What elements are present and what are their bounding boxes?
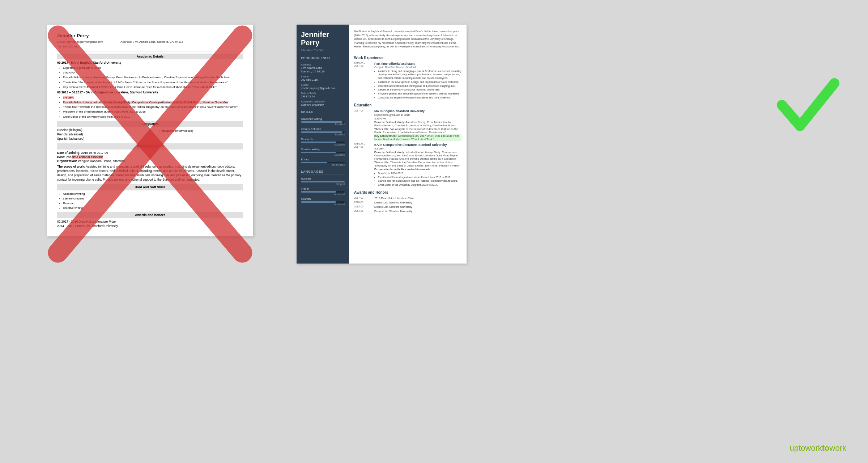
award-2: 2016-06 Dean's List, Stanford University bbox=[354, 201, 461, 204]
academic-bullets-2: 3.9 GPA Favorite fields of study: Introd… bbox=[57, 96, 243, 119]
bad-resume: Jennifer Perry E-Mail: jennifer.m.perry@… bbox=[47, 25, 253, 236]
dob-label: Date of birth bbox=[301, 92, 345, 94]
awards-list: 02.2017 - 2016 Drue Heinz Literature Pri… bbox=[57, 220, 243, 228]
languages-section-label: Languages bbox=[301, 170, 345, 175]
summary-text: MA Student in English at Stanford Univer… bbox=[354, 30, 461, 52]
award-4: 2014-06 Dean's List, Stanford University bbox=[354, 210, 461, 213]
languages-right: Portuguese (Intermediate) bbox=[154, 128, 243, 141]
lang-russian: Russian Bilingual bbox=[301, 177, 345, 185]
skills-section-label: Skills bbox=[301, 110, 345, 115]
email-label: E-mail bbox=[301, 84, 345, 86]
award-1: 2017-02 2016 Drue Heinz Literature Prize bbox=[354, 197, 461, 200]
bad-resume-contact: E-Mail: jennifer.m.perry@gmail.com Addre… bbox=[57, 40, 243, 44]
address-label: Address bbox=[301, 63, 345, 66]
education-section-title: Education bbox=[354, 103, 461, 107]
academic-header: Academic Details bbox=[57, 54, 243, 60]
languages-section: Russian (bilingual) French (advanced) Sp… bbox=[57, 128, 243, 141]
academic-entry-2: 08.2013 – 06.2017 - BA in Comparative Li… bbox=[57, 91, 243, 119]
edu-entry-1: 2017-09 MA in English, Stanford Universi… bbox=[354, 109, 461, 141]
award-3: 2015-06 Dean's List, Stanford University bbox=[354, 205, 461, 209]
edu-entry-2: 2013-08 -2017-06 BA in Comparative Liter… bbox=[354, 143, 461, 188]
email-value: jennifer.m.perry@gmail.com bbox=[67, 40, 103, 43]
address-line1: 7 W. Adams Lane bbox=[301, 66, 345, 70]
lang-french: French Advanced bbox=[301, 187, 345, 195]
resume-sidebar: Jennifer Perry Literature Theorist Perso… bbox=[297, 25, 349, 264]
awards-section-title: Awards and Honors bbox=[354, 190, 461, 194]
tel-row: Tel: 202-555-0115 bbox=[57, 45, 243, 49]
skill-creative-writing: Creative Writing Advanced bbox=[301, 148, 345, 156]
email-label: E-Mail: bbox=[57, 40, 66, 43]
personal-info-label: Personal Info bbox=[301, 56, 345, 61]
lang-spanish: Spanish Advanced bbox=[301, 197, 345, 206]
phone-value: 202-555-0115 bbox=[301, 78, 345, 81]
affiliation-value: Stanford University bbox=[301, 103, 345, 106]
tel-value: 202-555-0115 bbox=[63, 45, 81, 48]
email-value: jennifer.m.perry@gmail.com bbox=[301, 87, 345, 90]
tel-label: Tel: bbox=[57, 45, 61, 48]
skill-literary-criticism: Literary Criticism Excellent bbox=[301, 127, 345, 136]
languages-header: Languages bbox=[57, 121, 243, 127]
upwork-logo: uptoworktowork bbox=[790, 443, 847, 453]
resume-main: MA Student in English at Stanford Univer… bbox=[349, 25, 467, 264]
skill-research: Research Advanced bbox=[301, 138, 345, 146]
work-section: Date of Joining: 2015-06 to 2017-09 Post… bbox=[57, 151, 243, 182]
affiliation-label: Academic Affiliation bbox=[301, 100, 345, 103]
sidebar-name: Jennifer Perry bbox=[301, 30, 345, 47]
awards-header: Awards and honors bbox=[57, 212, 243, 218]
sidebar-title: Literature Theorist bbox=[301, 49, 345, 52]
languages-left: Russian (bilingual) French (advanced) Sp… bbox=[57, 128, 146, 141]
skill-academic-writing: Academic Writing Excellent bbox=[301, 117, 345, 126]
address-line2: Stanford, CA 94116 bbox=[301, 70, 345, 73]
skill-editing: Editing Intermediate bbox=[301, 158, 345, 166]
bad-resume-name: Jennifer Perry bbox=[57, 33, 243, 39]
good-resume: Jennifer Perry Literature Theorist Perso… bbox=[297, 25, 467, 264]
address-value: 7 W. Adams Lane, Stanford, CA, 94116 bbox=[133, 40, 183, 43]
work-section-title: Work Experience bbox=[354, 56, 461, 60]
skills-list: Academic writing Literary criticism Rese… bbox=[57, 192, 243, 210]
academic-entry-1: 09.2017 - MA in English, Stanford Univer… bbox=[57, 61, 243, 89]
work-entry-1: 2015-06 -2017-09 Part-time editorial ass… bbox=[354, 62, 461, 100]
phone-label: Phone bbox=[301, 75, 345, 78]
academic-bullets-1: Expected to graduate in 2018 3.95 GPA Fa… bbox=[57, 66, 243, 89]
dob-value: 1993-03-24 bbox=[301, 95, 345, 98]
address-label: Address: bbox=[120, 40, 132, 43]
skills-header: Hard and Soft Skills bbox=[57, 184, 243, 190]
work-header: Work Experience bbox=[57, 143, 243, 150]
